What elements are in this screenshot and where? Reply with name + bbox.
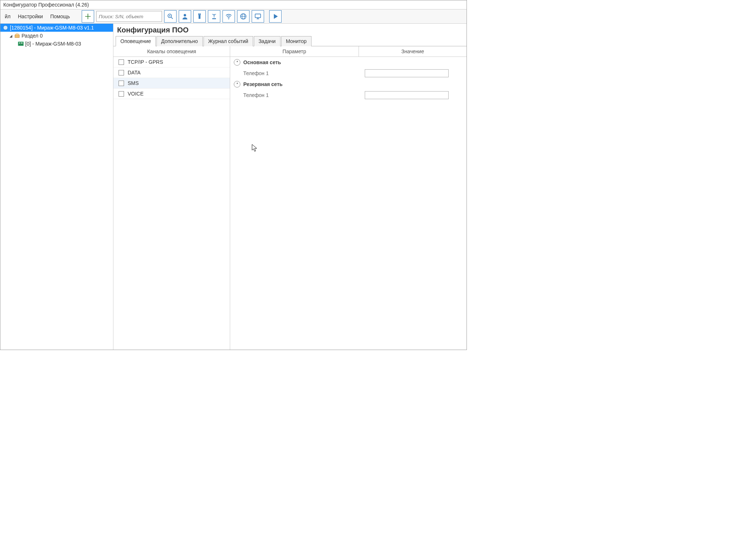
tree-child-label: [0] - Мираж-GSM-M8-03 [25, 41, 81, 47]
tree-collapse-icon[interactable]: ◢ [9, 34, 13, 38]
play-icon [272, 13, 279, 20]
tree-device-label: [1280154] - Мираж-GSM-M8-03 v1.1 [10, 25, 94, 31]
tab-bar: Оповещение Дополнительно Журнал событий … [113, 36, 467, 46]
user-button[interactable] [179, 10, 191, 23]
main-panel: Конфигурация ПОО Оповещение Дополнительн… [113, 24, 467, 350]
usb-button[interactable] [193, 10, 206, 23]
search-key-icon [167, 13, 174, 20]
tab-extra[interactable]: Дополнительно [156, 36, 203, 46]
checkbox[interactable] [119, 59, 124, 65]
main-title: Конфигурация ПОО [113, 24, 467, 36]
app-window: Конфигуратор Профессионал (4.26) йл Наст… [0, 0, 467, 350]
param-row-phone1-main: Телефон 1 [230, 68, 467, 79]
section-icon [14, 33, 20, 39]
search-key-button[interactable] [164, 10, 177, 23]
svg-rect-4 [198, 15, 200, 19]
svg-point-1 [169, 15, 170, 16]
mouse-cursor-icon [252, 144, 258, 152]
main-body: [1280154] - Мираж-GSM-M8-03 v1.1 ◢ Разде… [0, 24, 467, 350]
tree-section-label: Раздел 0 [22, 33, 43, 39]
antenna-button[interactable] [208, 10, 220, 23]
menu-help[interactable]: Помощь [47, 12, 73, 21]
channel-label: VOICE [128, 91, 144, 97]
window-title: Конфигуратор Профессионал (4.26) [3, 2, 89, 8]
globe-icon [240, 13, 247, 20]
param-row-phone1-reserve: Телефон 1 [230, 90, 467, 101]
channels-header: Каналы оповещения [113, 46, 230, 57]
tree-section-node[interactable]: ◢ Раздел 0 [0, 32, 113, 40]
tab-monitor[interactable]: Монитор [281, 36, 311, 46]
checkbox[interactable] [119, 91, 124, 97]
antenna-icon [210, 13, 218, 20]
add-button[interactable] [82, 10, 94, 23]
wifi-button[interactable] [222, 10, 235, 23]
col-value-header: Значение [359, 46, 467, 57]
globe-button[interactable] [237, 10, 249, 23]
tree-device-node[interactable]: [1280154] - Мираж-GSM-M8-03 v1.1 [0, 24, 113, 32]
tab-tasks[interactable]: Задачи [254, 36, 280, 46]
channel-label: DATA [128, 70, 140, 75]
menubar: йл Настройки Помощь [0, 9, 467, 24]
channel-label: SMS [128, 80, 139, 86]
svg-rect-16 [21, 43, 23, 43]
checkbox[interactable] [119, 70, 124, 75]
channel-sms[interactable]: SMS [113, 78, 230, 89]
tab-notify[interactable]: Оповещение [116, 36, 156, 46]
device-tree[interactable]: [1280154] - Мираж-GSM-M8-03 v1.1 ◢ Разде… [0, 24, 113, 350]
chevron-up-icon[interactable]: ˄ [234, 59, 240, 66]
play-button[interactable] [269, 10, 282, 23]
svg-rect-6 [200, 14, 200, 15]
col-param-header: Параметр [230, 46, 359, 57]
menu-file[interactable]: йл [2, 12, 13, 21]
channel-data[interactable]: DATA [113, 67, 230, 78]
svg-point-12 [3, 26, 8, 30]
checkbox[interactable] [119, 81, 124, 86]
search-input[interactable] [96, 11, 162, 22]
channels-panel: Каналы оповещения TCP/IP - GPRS DATA SMS [113, 46, 230, 350]
tab-content: Каналы оповещения TCP/IP - GPRS DATA SMS [113, 46, 467, 350]
phone1-reserve-input[interactable] [365, 91, 449, 99]
group-label: Резервная сеть [243, 81, 283, 87]
chevron-up-icon[interactable]: ˄ [234, 81, 240, 88]
tab-journal[interactable]: Журнал событий [204, 36, 253, 46]
channel-tcpip[interactable]: TCP/IP - GPRS [113, 57, 230, 67]
menu-settings[interactable]: Настройки [15, 12, 46, 21]
params-panel: Параметр Значение ˄ Основная сеть Телефо… [230, 46, 467, 350]
svg-point-2 [183, 14, 186, 16]
device-icon [3, 25, 8, 31]
group-label: Основная сеть [243, 59, 281, 65]
param-label: Телефон 1 [243, 92, 361, 98]
monitor-button[interactable] [252, 10, 264, 23]
phone1-main-input[interactable] [365, 69, 449, 77]
svg-rect-14 [18, 42, 23, 46]
param-label: Телефон 1 [243, 70, 361, 76]
usb-icon [196, 13, 203, 20]
svg-rect-11 [255, 14, 260, 18]
board-icon [18, 41, 24, 47]
group-main-network[interactable]: ˄ Основная сеть [230, 57, 467, 68]
svg-point-8 [228, 18, 229, 19]
wifi-icon [225, 13, 232, 20]
plus-icon [84, 13, 92, 20]
group-reserve-network[interactable]: ˄ Резервная сеть [230, 79, 467, 90]
svg-rect-5 [199, 14, 199, 15]
window-titlebar: Конфигуратор Профессионал (4.26) [0, 0, 467, 9]
tree-child-node[interactable]: [0] - Мираж-GSM-M8-03 [0, 40, 113, 48]
channel-voice[interactable]: VOICE [113, 89, 230, 99]
svg-rect-3 [198, 13, 201, 15]
toolbar [82, 10, 282, 23]
svg-rect-15 [19, 43, 20, 43]
monitor-icon [254, 13, 262, 20]
svg-rect-13 [15, 35, 19, 38]
params-header: Параметр Значение [230, 46, 467, 57]
svg-rect-7 [212, 18, 216, 19]
user-icon [181, 13, 189, 20]
channel-label: TCP/IP - GPRS [128, 59, 163, 65]
